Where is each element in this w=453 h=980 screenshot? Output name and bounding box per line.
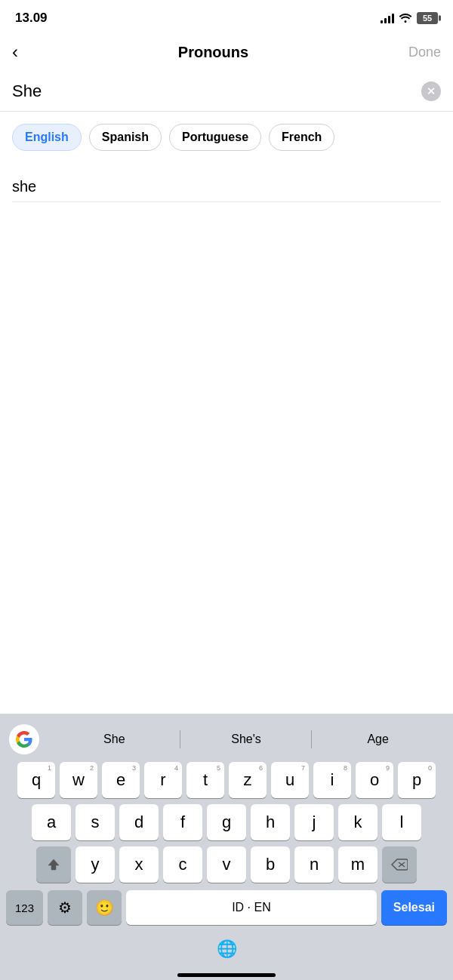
key-d[interactable]: d xyxy=(119,804,159,840)
key-o[interactable]: 9o xyxy=(356,762,393,798)
keyboard: She She's Age 1q 2w 3e 4r 5t 6z 7u 8i 9o… xyxy=(0,714,453,980)
key-l[interactable]: l xyxy=(382,804,421,840)
key-k[interactable]: k xyxy=(338,804,378,840)
globe-row: 🌐 xyxy=(3,932,450,967)
suggestion-she[interactable]: She xyxy=(48,727,180,752)
tab-english[interactable]: English xyxy=(12,124,82,151)
back-button[interactable]: ‹ xyxy=(12,41,18,63)
delete-key[interactable] xyxy=(382,846,417,883)
signal-icon xyxy=(381,13,394,23)
home-indicator xyxy=(3,967,450,980)
status-bar: 13.09 55 xyxy=(0,0,453,33)
done-button[interactable]: Done xyxy=(408,45,441,60)
search-input[interactable] xyxy=(12,81,421,101)
search-container: ✕ xyxy=(0,71,453,112)
key-f[interactable]: f xyxy=(163,804,202,840)
key-row-1: 1q 2w 3e 4r 5t 6z 7u 8i 9o 0p xyxy=(6,762,447,798)
key-q[interactable]: 1q xyxy=(17,762,55,798)
language-tabs: English Spanish Portuguese French xyxy=(0,112,453,163)
status-icons: 55 xyxy=(381,12,438,25)
main-content xyxy=(0,211,453,582)
settings-key[interactable]: ⚙ xyxy=(48,890,82,925)
key-a[interactable]: a xyxy=(32,804,71,840)
numeric-key[interactable]: 123 xyxy=(6,890,43,925)
status-time: 13.09 xyxy=(15,11,48,26)
key-c[interactable]: c xyxy=(163,846,202,883)
suggestion-age[interactable]: Age xyxy=(312,727,444,752)
key-y[interactable]: y xyxy=(76,846,115,883)
clear-button[interactable]: ✕ xyxy=(421,81,441,101)
page-title: Pronouns xyxy=(178,44,248,61)
emoji-key[interactable]: 🙂 xyxy=(87,890,122,925)
key-n[interactable]: n xyxy=(294,846,334,883)
result-item[interactable]: she xyxy=(12,172,441,202)
selesai-button[interactable]: Selesai xyxy=(381,890,447,925)
key-row-3: y x c v b n m xyxy=(6,846,447,883)
shift-key[interactable] xyxy=(36,846,71,883)
key-j[interactable]: j xyxy=(294,804,334,840)
wifi-icon xyxy=(399,12,412,25)
key-g[interactable]: g xyxy=(207,804,246,840)
nav-bar: ‹ Pronouns Done xyxy=(0,33,453,71)
key-r[interactable]: 4r xyxy=(144,762,182,798)
key-s[interactable]: s xyxy=(76,804,115,840)
home-bar xyxy=(177,973,276,977)
key-b[interactable]: b xyxy=(251,846,290,883)
key-i[interactable]: 8i xyxy=(313,762,351,798)
tab-portuguese[interactable]: Portuguese xyxy=(169,124,261,151)
suggestion-shes[interactable]: She's xyxy=(180,727,313,752)
space-key[interactable]: ID · EN xyxy=(126,890,377,925)
key-h[interactable]: h xyxy=(251,804,290,840)
results-list: she xyxy=(0,163,453,211)
key-e[interactable]: 3e xyxy=(102,762,140,798)
battery-icon: 55 xyxy=(417,12,438,24)
key-m[interactable]: m xyxy=(338,846,378,883)
bottom-row: 123 ⚙ 🙂 ID · EN Selesai xyxy=(3,889,450,932)
tab-spanish[interactable]: Spanish xyxy=(89,124,162,151)
key-v[interactable]: v xyxy=(207,846,246,883)
key-t[interactable]: 5t xyxy=(186,762,224,798)
key-row-2: a s d f g h j k l xyxy=(6,804,447,840)
suggestions-row: She She's Age xyxy=(3,720,450,759)
key-z[interactable]: 6z xyxy=(229,762,267,798)
key-w[interactable]: 2w xyxy=(60,762,97,798)
key-x[interactable]: x xyxy=(119,846,159,883)
key-p[interactable]: 0p xyxy=(398,762,436,798)
globe-key[interactable]: 🌐 xyxy=(209,935,244,963)
keys-section: 1q 2w 3e 4r 5t 6z 7u 8i 9o 0p a s d f g … xyxy=(3,759,450,883)
google-logo xyxy=(9,724,39,754)
key-u[interactable]: 7u xyxy=(271,762,309,798)
tab-french[interactable]: French xyxy=(269,124,334,151)
